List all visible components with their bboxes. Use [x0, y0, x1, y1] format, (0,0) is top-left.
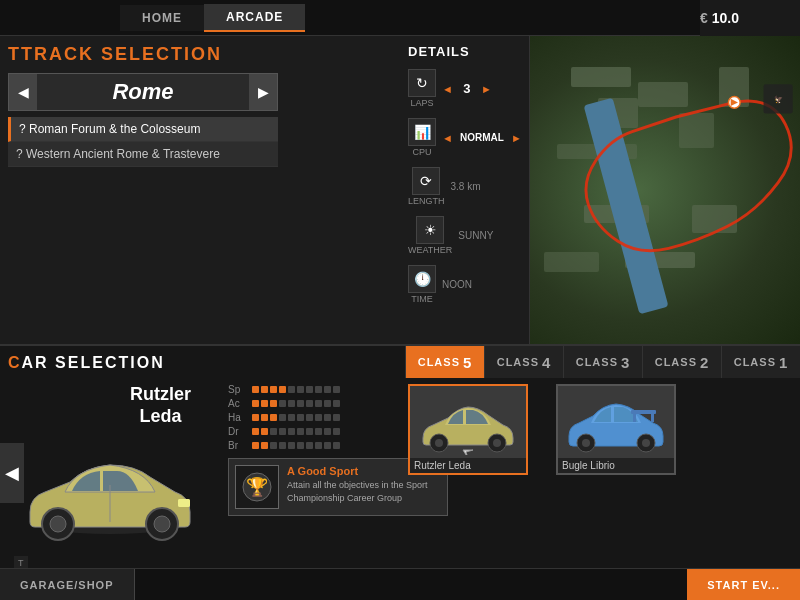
- laps-prev[interactable]: ◄: [442, 83, 453, 95]
- time-value: NOON: [442, 279, 472, 290]
- svg-rect-24: [633, 414, 636, 422]
- cpu-value: NORMAL: [457, 132, 507, 143]
- car-big-display: T: [10, 412, 210, 572]
- dot: [279, 428, 286, 435]
- cpu-label: CPU: [412, 147, 431, 157]
- dot: [306, 400, 313, 407]
- cpu-row: 📊 CPU ◄ NORMAL ►: [408, 118, 521, 157]
- home-button[interactable]: HOME: [120, 5, 204, 31]
- stat-label-ac: Ac: [228, 398, 248, 409]
- cpu-icon: 📊: [408, 118, 436, 146]
- dot: [270, 386, 277, 393]
- dot: [279, 414, 286, 421]
- dot: [315, 400, 322, 407]
- route-item-1[interactable]: ? Roman Forum & the Colosseum: [8, 117, 278, 142]
- cpu-prev[interactable]: ◄: [442, 132, 453, 144]
- start-event-button[interactable]: START EV...: [687, 569, 800, 600]
- laps-icon: ↻: [408, 69, 436, 97]
- dot: [333, 442, 340, 449]
- dot: [297, 442, 304, 449]
- stat-dots-ha: [252, 414, 340, 421]
- track-section-title: TTRACK SELECTION: [8, 44, 400, 65]
- details-panel: DETAILS ↻ LAPS ◄ 3 ► 📊 CPU ◄ NORMAL ►: [400, 36, 530, 344]
- dot: [324, 400, 331, 407]
- nav-buttons: HOME ARCADE: [120, 4, 305, 32]
- car-card-name-rutzler: Rutzler Leda: [410, 458, 526, 473]
- dot: [306, 414, 313, 421]
- dot: [297, 428, 304, 435]
- track-next-button[interactable]: ▶: [249, 74, 277, 110]
- dot: [333, 414, 340, 421]
- time-label: TIME: [411, 294, 433, 304]
- svg-point-17: [493, 439, 501, 447]
- laps-row: ↻ LAPS ◄ 3 ►: [408, 69, 521, 108]
- balance-value: 10.0: [712, 10, 739, 26]
- achievement-trophy-svg: 🏆: [239, 469, 275, 505]
- car-card-svg-rutzler: [413, 390, 523, 455]
- class-tab-3[interactable]: CLASS 3: [563, 346, 642, 378]
- stat-row-ha: Ha: [228, 412, 392, 423]
- dot: [306, 386, 313, 393]
- class-tab-1[interactable]: CLASS 1: [721, 346, 800, 378]
- stat-dots-dr: [252, 428, 340, 435]
- bottom-bar: GARAGE/SHOP START EV...: [0, 568, 800, 600]
- map-background: 🦅: [530, 36, 800, 344]
- dot: [324, 386, 331, 393]
- dot: [252, 400, 259, 407]
- currency-symbol: €: [700, 10, 708, 26]
- laps-next[interactable]: ►: [481, 83, 492, 95]
- time-row: 🕛 TIME NOON: [408, 265, 521, 304]
- stat-row-dr: Dr: [228, 426, 392, 437]
- class-tab-4[interactable]: CLASS 4: [484, 346, 563, 378]
- dot: [279, 400, 286, 407]
- track-prev-button[interactable]: ◀: [9, 74, 37, 110]
- stat-row-ac: Ac: [228, 398, 392, 409]
- dot: [306, 428, 313, 435]
- stat-label-ha: Ha: [228, 412, 248, 423]
- dot: [288, 414, 295, 421]
- svg-point-8: [154, 516, 170, 532]
- weather-row: ☀ WEATHER SUNNY: [408, 216, 521, 255]
- dot: [279, 386, 286, 393]
- svg-rect-23: [631, 410, 656, 414]
- class-tab-5[interactable]: CLASS 5: [405, 346, 484, 378]
- dot: [315, 428, 322, 435]
- dot: [261, 400, 268, 407]
- arcade-button[interactable]: ARCADE: [204, 4, 305, 32]
- stat-dots-sp: [252, 386, 340, 393]
- dot: [288, 428, 295, 435]
- car-name-line2: Leda: [130, 406, 191, 428]
- selected-car-name-display: Rutzler Leda: [130, 384, 191, 427]
- car-card-svg-bugle: [561, 390, 671, 455]
- laps-control: ◄ 3 ►: [442, 81, 492, 96]
- svg-point-6: [50, 516, 66, 532]
- track-section: TTRACK SELECTION ◀ Rome ▶ ? Roman Forum …: [0, 36, 800, 346]
- dot: [333, 400, 340, 407]
- garage-shop-button[interactable]: GARAGE/SHOP: [0, 569, 135, 600]
- cpu-next[interactable]: ►: [511, 132, 522, 144]
- car-card-img-rutzler: [410, 386, 526, 458]
- length-value: 3.8 km: [451, 181, 481, 192]
- svg-point-15: [435, 439, 443, 447]
- car-display-left: T Rutzler Leda: [0, 346, 220, 600]
- dot: [333, 386, 340, 393]
- stat-row-br: Br: [228, 440, 392, 451]
- class-tab-2[interactable]: CLASS 2: [642, 346, 721, 378]
- car-prev-arrow[interactable]: ◀: [0, 443, 24, 503]
- dot: [270, 428, 277, 435]
- dot: [252, 414, 259, 421]
- car-grid-row-1: Rutzler Leda: [408, 384, 792, 475]
- car-card-rutzler[interactable]: Rutzler Leda: [408, 384, 528, 475]
- dot: [252, 442, 259, 449]
- car-card-bugle[interactable]: Bugle Librio: [556, 384, 676, 475]
- stat-label-dr: Dr: [228, 426, 248, 437]
- car-name-line1: Rutzler: [130, 384, 191, 406]
- route-item-2[interactable]: ? Western Ancient Rome & Trastevere: [8, 142, 278, 167]
- track-city-name: Rome: [37, 75, 249, 109]
- dot: [252, 386, 259, 393]
- dot: [261, 442, 268, 449]
- svg-text:🏆: 🏆: [246, 476, 269, 498]
- dot: [261, 428, 268, 435]
- laps-label: LAPS: [410, 98, 433, 108]
- stat-row-sp: Sp: [228, 384, 392, 395]
